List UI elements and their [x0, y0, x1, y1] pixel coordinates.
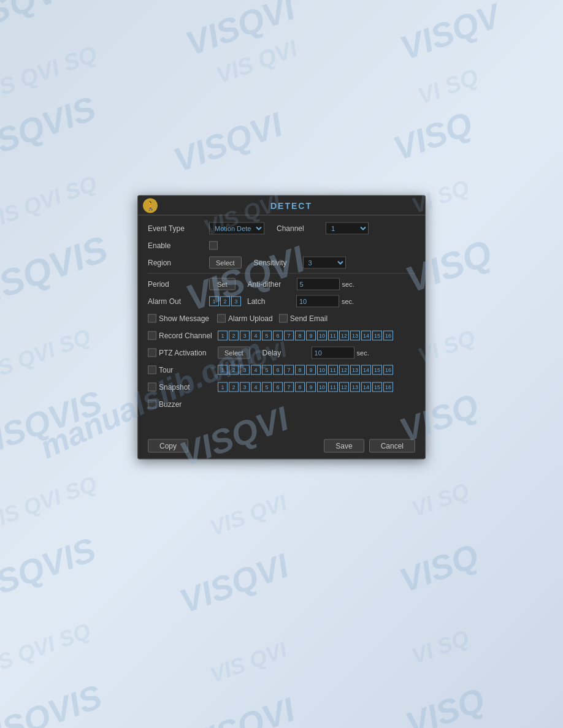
event-type-select[interactable]: Motion Detect	[209, 222, 264, 235]
tour-num-2[interactable]: 2	[229, 365, 239, 375]
snap-num-5[interactable]: 5	[262, 382, 272, 392]
rc-num-5[interactable]: 5	[262, 331, 272, 341]
delay-label: Delay	[262, 349, 312, 357]
anti-dither-input[interactable]	[297, 278, 340, 290]
dialog-titlebar: 🚶 DETECT	[138, 196, 425, 216]
record-channel-checkbox[interactable]	[148, 332, 156, 340]
rc-num-15[interactable]: 15	[372, 331, 382, 341]
ptz-select-button[interactable]: Select	[218, 347, 250, 359]
tour-num-1[interactable]: 1	[218, 365, 228, 375]
tour-num-3[interactable]: 3	[240, 365, 250, 375]
alarm-out-num-1[interactable]: 1	[209, 297, 219, 306]
region-row: Region Select Sensitivity 3	[148, 256, 415, 270]
record-channel-row: Record Channel 1 2 3 4 5 6 7 8 9 10 11 1…	[148, 329, 415, 343]
ptz-label: PTZ Activation	[159, 349, 218, 357]
rc-num-3[interactable]: 3	[240, 331, 250, 341]
snap-num-1[interactable]: 1	[218, 382, 228, 392]
alarm-upload-label: Alarm Upload	[228, 314, 273, 323]
alarm-out-num-3[interactable]: 3	[231, 297, 241, 306]
rc-num-2[interactable]: 2	[229, 331, 239, 341]
period-set-button[interactable]: Set	[209, 278, 236, 290]
tour-row: Tour 1 2 3 4 5 6 7 8 9 10 11 12 1	[148, 363, 415, 377]
tour-num-14[interactable]: 14	[361, 365, 371, 375]
alarm-out-num-2[interactable]: 2	[220, 297, 230, 306]
show-message-checkbox[interactable]	[148, 314, 156, 323]
snap-num-13[interactable]: 13	[350, 382, 360, 392]
tour-num-9[interactable]: 9	[306, 365, 316, 375]
tour-num-10[interactable]: 10	[317, 365, 327, 375]
period-row: Period Set Anti-dither sec.	[148, 278, 415, 291]
event-type-label: Event Type	[148, 224, 209, 233]
snap-num-4[interactable]: 4	[251, 382, 261, 392]
buzzer-label: Buzzer	[159, 400, 220, 409]
rc-num-8[interactable]: 8	[295, 331, 305, 341]
snap-num-7[interactable]: 7	[284, 382, 294, 392]
ptz-row: PTZ Activation Select Delay sec.	[148, 346, 415, 360]
snap-num-6[interactable]: 6	[273, 382, 283, 392]
rc-num-13[interactable]: 13	[350, 331, 360, 341]
snapshot-row: Snapshot 1 2 3 4 5 6 7 8 9 10 11 12	[148, 381, 415, 394]
snap-num-2[interactable]: 2	[229, 382, 239, 392]
snapshot-checkbox[interactable]	[148, 383, 156, 392]
snap-num-9[interactable]: 9	[306, 382, 316, 392]
save-button[interactable]: Save	[324, 439, 364, 453]
rc-num-7[interactable]: 7	[284, 331, 294, 341]
snap-num-14[interactable]: 14	[361, 382, 371, 392]
alarm-upload-checkbox[interactable]	[217, 314, 226, 323]
snapshot-numbers: 1 2 3 4 5 6 7 8 9 10 11 12 13 14	[218, 382, 393, 392]
send-email-label: Send Email	[290, 314, 327, 323]
tour-num-6[interactable]: 6	[273, 365, 283, 375]
dialog-footer: Copy Save Cancel	[138, 434, 425, 459]
tour-num-11[interactable]: 11	[328, 365, 338, 375]
tour-num-8[interactable]: 8	[295, 365, 305, 375]
tour-num-12[interactable]: 12	[339, 365, 349, 375]
region-label: Region	[148, 259, 209, 267]
tour-num-16[interactable]: 16	[383, 365, 393, 375]
cancel-button[interactable]: Cancel	[369, 439, 415, 453]
rc-num-1[interactable]: 1	[218, 331, 228, 341]
region-select-button[interactable]: Select	[209, 257, 242, 269]
buzzer-row: Buzzer	[148, 398, 415, 411]
tour-num-13[interactable]: 13	[350, 365, 360, 375]
enable-checkbox[interactable]	[209, 241, 218, 250]
dialog-body: Event Type Motion Detect Channel 1 Enabl…	[138, 216, 425, 434]
channel-label: Channel	[277, 224, 326, 233]
tour-num-15[interactable]: 15	[372, 365, 382, 375]
sensitivity-select[interactable]: 3	[303, 257, 346, 269]
snap-num-16[interactable]: 16	[383, 382, 393, 392]
divider-1	[148, 273, 415, 274]
snap-num-10[interactable]: 10	[317, 382, 327, 392]
rc-num-10[interactable]: 10	[317, 331, 327, 341]
record-channel-numbers: 1 2 3 4 5 6 7 8 9 10 11 12 13 14	[218, 331, 393, 341]
buzzer-checkbox[interactable]	[148, 400, 156, 409]
send-email-checkbox[interactable]	[279, 314, 288, 323]
snap-num-11[interactable]: 11	[328, 382, 338, 392]
channel-select[interactable]: 1	[326, 222, 369, 235]
rc-num-11[interactable]: 11	[328, 331, 338, 341]
rc-num-14[interactable]: 14	[361, 331, 371, 341]
rc-num-12[interactable]: 12	[339, 331, 349, 341]
event-type-row: Event Type Motion Detect Channel 1	[148, 222, 415, 235]
enable-label: Enable	[148, 241, 209, 250]
snap-num-3[interactable]: 3	[240, 382, 250, 392]
latch-input[interactable]	[296, 295, 339, 308]
tour-label: Tour	[159, 366, 218, 374]
tour-num-5[interactable]: 5	[262, 365, 272, 375]
tour-num-7[interactable]: 7	[284, 365, 294, 375]
anti-dither-unit: sec.	[342, 281, 354, 288]
delay-input[interactable]	[312, 347, 354, 359]
copy-button[interactable]: Copy	[148, 439, 188, 453]
rc-num-16[interactable]: 16	[383, 331, 393, 341]
tour-num-4[interactable]: 4	[251, 365, 261, 375]
ptz-checkbox[interactable]	[148, 349, 156, 357]
snap-num-8[interactable]: 8	[295, 382, 305, 392]
dialog-container: 🚶 DETECT Event Type Motion Detect Channe…	[137, 195, 426, 460]
rc-num-9[interactable]: 9	[306, 331, 316, 341]
rc-num-4[interactable]: 4	[251, 331, 261, 341]
anti-dither-label: Anti-dither	[248, 280, 297, 289]
rc-num-6[interactable]: 6	[273, 331, 283, 341]
snap-num-15[interactable]: 15	[372, 382, 382, 392]
snap-num-12[interactable]: 12	[339, 382, 349, 392]
tour-checkbox[interactable]	[148, 366, 156, 374]
alarm-out-numbers: 1 2 3	[209, 297, 241, 306]
